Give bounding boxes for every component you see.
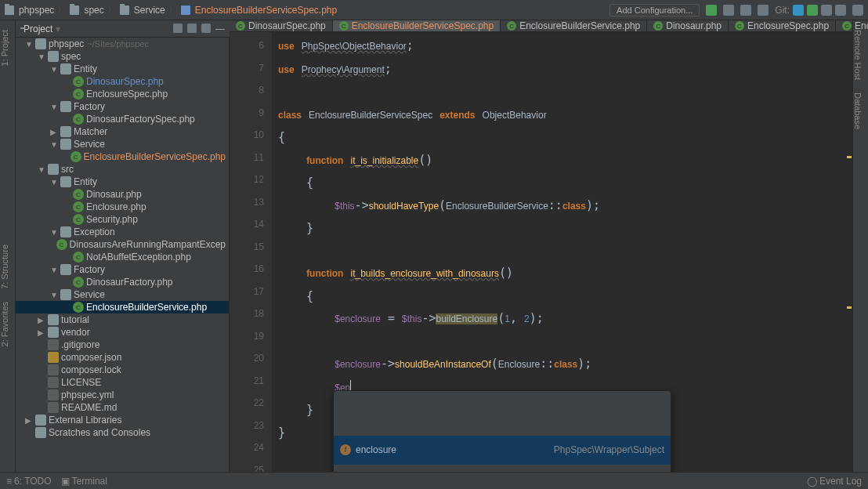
debug-icon[interactable] — [723, 5, 734, 16]
tree-row[interactable]: CEnclosureBuilderServiceSpec.php — [16, 150, 229, 163]
tree-item-label: DinosaurSpec.php — [86, 76, 164, 87]
tool-tab-structure[interactable]: 7: Structure — [0, 241, 9, 292]
editor-tab[interactable]: CDinosaur.php — [647, 20, 729, 31]
tree-row[interactable]: CNotABuffetException.php — [16, 251, 229, 263]
tree-row[interactable]: CDinosaurFactorySpec.php — [16, 113, 229, 125]
expand-arrow-icon[interactable]: ▼ — [50, 291, 58, 299]
expand-arrow-icon[interactable]: ▼ — [38, 53, 45, 61]
tree-row[interactable]: ▼spec — [16, 50, 229, 63]
tree-row[interactable]: ▼Factory — [16, 263, 229, 276]
gear-icon[interactable] — [201, 24, 211, 33]
tree-row[interactable]: ▶External Libraries — [16, 414, 229, 426]
tree-row[interactable]: README.md — [16, 401, 229, 414]
expand-arrow-icon[interactable]: ▶ — [38, 316, 45, 324]
expand-arrow-icon[interactable]: ▼ — [50, 228, 58, 237]
expand-arrow-icon[interactable]: ▼ — [50, 140, 58, 149]
expand-arrow-icon[interactable]: ▼ — [50, 266, 58, 274]
editor-tab[interactable]: CEnclosureBuilderService.php — [501, 20, 647, 31]
tree-row[interactable]: ▼Service — [16, 288, 229, 301]
expand-arrow-icon[interactable]: ▼ — [50, 178, 58, 187]
tree-row[interactable]: CDinosaurFactory.php — [16, 276, 229, 288]
run-icon[interactable] — [706, 5, 717, 16]
class-icon: C — [73, 89, 84, 100]
hide-icon[interactable]: — — [215, 24, 225, 34]
tree-row[interactable]: ▼src — [16, 163, 229, 176]
editor-tab[interactable]: CEnclosure.php — [836, 20, 868, 31]
txt-icon — [48, 389, 59, 400]
todo-tool-button[interactable]: ≡ 6: TODO — [6, 476, 52, 487]
editor-gutter[interactable]: 678910111213141516171819202122232425 — [230, 32, 272, 489]
expand-arrow-icon[interactable]: ▶ — [50, 128, 58, 136]
class-icon: C — [236, 21, 245, 31]
folder-icon — [5, 5, 14, 15]
error-stripe[interactable] — [844, 32, 852, 489]
expand-arrow-icon[interactable]: ▼ — [38, 165, 45, 174]
coverage-icon[interactable] — [740, 5, 751, 16]
locate-icon[interactable] — [173, 24, 183, 33]
tree-row[interactable]: ▼Exception — [16, 226, 229, 238]
add-configuration-button[interactable]: Add Configuration... — [609, 4, 700, 16]
dir-icon — [35, 38, 46, 49]
tree-row[interactable]: CDinosaurSpec.php — [16, 75, 229, 88]
tree-row[interactable]: CSecurity.php — [16, 213, 229, 226]
navigation-bar: phpspec〉 spec〉 Service〉 EnclosureBuilder… — [0, 0, 868, 20]
txt-icon — [48, 402, 59, 413]
code-content[interactable]: use PhpSpec\ObjectBehavior; use Prophecy… — [272, 32, 852, 489]
txt-icon — [48, 377, 59, 388]
editor-tab[interactable]: CDinosaurSpec.php — [230, 20, 333, 31]
expand-arrow-icon[interactable]: ▶ — [25, 416, 33, 425]
dir-icon — [60, 63, 71, 74]
completion-item[interactable]: f enclosure PhpSpec\Wrapper\Subject — [334, 436, 671, 465]
tree-row[interactable]: CDinosaursAreRunningRampantExcep — [16, 238, 229, 251]
tree-row[interactable]: Scratches and Consoles — [16, 426, 229, 439]
tree-row[interactable]: .gitignore — [16, 339, 229, 351]
tree-row[interactable]: ▼phpspec~/Sites/phpspec — [16, 38, 229, 50]
tree-row[interactable]: ▼Service — [16, 138, 229, 150]
tree-row[interactable]: ▶tutorial — [16, 313, 229, 326]
tree-row[interactable]: CEnclosureSpec.php — [16, 88, 229, 100]
tree-row[interactable]: composer.json — [16, 351, 229, 364]
tool-tab-project[interactable]: 1: Project — [0, 27, 9, 69]
tree-row[interactable]: composer.lock — [16, 364, 229, 376]
tree-row[interactable]: LICENSE — [16, 376, 229, 389]
expand-arrow-icon[interactable]: ▶ — [38, 328, 45, 337]
git-history-icon[interactable] — [821, 5, 832, 16]
tree-row[interactable]: ▼Factory — [16, 100, 229, 113]
tree-item-label: External Libraries — [49, 415, 121, 426]
tree-item-label: spec — [61, 51, 81, 62]
tree-row[interactable]: ▶vendor — [16, 326, 229, 339]
terminal-tool-button[interactable]: ▣ Terminal — [61, 476, 107, 487]
event-log-button[interactable]: ◯ Event Log — [807, 476, 862, 487]
breadcrumb[interactable]: phpspec〉 spec〉 Service〉 EnclosureBuilder… — [5, 3, 337, 16]
tree-row[interactable]: CEnclosureBuilderService.php — [16, 301, 229, 313]
expand-arrow-icon[interactable]: ▼ — [50, 103, 58, 111]
tree-row[interactable]: ▶Matcher — [16, 125, 229, 138]
tree-row[interactable]: ▼Entity — [16, 63, 229, 75]
class-icon: C — [71, 151, 81, 162]
tree-item-label: Factory — [74, 264, 105, 275]
tool-tab-remote-host[interactable]: Remote Host — [853, 27, 863, 83]
editor-tab[interactable]: CEnclosureBuilderServiceSpec.php — [333, 20, 501, 31]
git-commit-icon[interactable] — [807, 5, 818, 16]
tree-row[interactable]: phpspec.yml — [16, 389, 229, 401]
stop-icon[interactable] — [758, 5, 769, 16]
project-tree[interactable]: ▼phpspec~/Sites/phpspec▼spec▼EntityCDino… — [16, 38, 230, 472]
tree-row[interactable]: CEnclosure.php — [16, 201, 229, 213]
editor-tab[interactable]: CEnclosureSpec.php — [729, 20, 836, 31]
tree-item-label: Exception — [74, 226, 115, 237]
expand-arrow-icon[interactable]: ▼ — [50, 65, 58, 74]
search-icon[interactable] — [852, 5, 863, 16]
class-icon: C — [842, 21, 852, 31]
tree-item-label: composer.lock — [61, 364, 121, 375]
collapse-icon[interactable] — [187, 24, 197, 33]
git-revert-icon[interactable] — [835, 5, 846, 16]
tree-item-label: DinosaursAreRunningRampantExcep — [70, 239, 226, 250]
tree-row[interactable]: ▼Entity — [16, 176, 229, 188]
dir-icon — [48, 51, 59, 62]
git-update-icon[interactable] — [793, 5, 804, 16]
tree-row[interactable]: CDinosaur.php — [16, 188, 229, 201]
tree-item-label: DinosaurFactorySpec.php — [86, 114, 195, 125]
tool-tab-favorites[interactable]: 2: Favorites — [0, 299, 9, 350]
tree-item-label: Enclosure.php — [86, 201, 146, 212]
expand-arrow-icon[interactable]: ▼ — [25, 40, 33, 49]
